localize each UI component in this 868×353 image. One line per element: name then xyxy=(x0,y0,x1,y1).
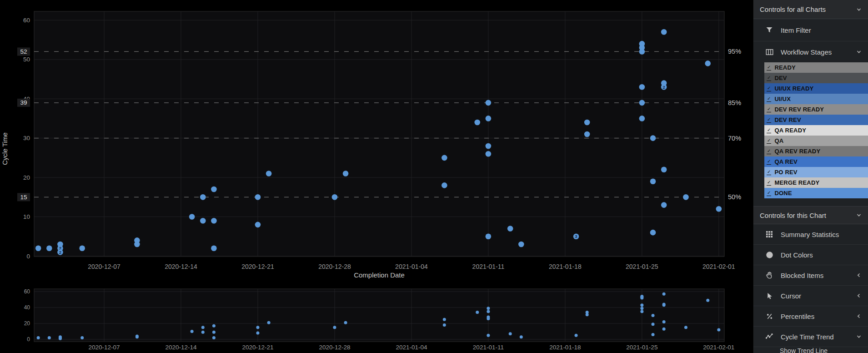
data-point[interactable] xyxy=(48,336,51,339)
data-point[interactable] xyxy=(486,116,492,121)
data-point[interactable] xyxy=(640,297,643,300)
data-point[interactable] xyxy=(639,116,645,121)
data-point[interactable] xyxy=(652,323,655,326)
data-point[interactable] xyxy=(134,242,140,247)
data-point[interactable] xyxy=(79,245,85,251)
sidebar-item-dot-colors[interactable]: Dot Colors xyxy=(753,245,868,265)
data-point[interactable] xyxy=(650,178,656,184)
data-point[interactable] xyxy=(650,135,656,141)
data-point[interactable] xyxy=(212,331,216,334)
sidebar-item-show-trend-line[interactable]: Show Trend Line xyxy=(753,347,868,353)
data-point[interactable] xyxy=(684,326,687,329)
data-point[interactable] xyxy=(652,333,655,336)
data-point[interactable] xyxy=(640,303,643,307)
data-point[interactable] xyxy=(662,292,666,296)
data-point[interactable] xyxy=(212,324,216,328)
workflow-stage-uiux[interactable]: ✓UI/UX xyxy=(764,94,868,104)
data-point[interactable] xyxy=(59,337,62,340)
data-point[interactable] xyxy=(476,311,479,314)
workflow-stage-qa-ready[interactable]: ✓QA READY xyxy=(764,125,868,136)
workflow-stage-qa[interactable]: ✓QA xyxy=(764,136,868,146)
data-point[interactable] xyxy=(200,218,206,224)
data-point[interactable] xyxy=(256,326,259,329)
sidebar-item-cursor[interactable]: Cursor xyxy=(753,286,868,306)
data-point[interactable] xyxy=(520,335,523,338)
data-point[interactable] xyxy=(442,182,447,188)
data-point[interactable] xyxy=(211,187,217,192)
data-point[interactable] xyxy=(652,314,655,317)
data-point[interactable] xyxy=(443,323,446,327)
data-point[interactable] xyxy=(639,84,645,90)
workflow-stage-dev-rev-ready[interactable]: ✓DEV REV READY xyxy=(764,104,868,115)
data-point[interactable] xyxy=(662,320,666,323)
cycle-time-scatter-chart[interactable]: 2020-12-072020-12-142020-12-212020-12-28… xyxy=(0,0,753,283)
data-point[interactable] xyxy=(266,171,272,176)
data-point[interactable] xyxy=(487,310,490,313)
data-point[interactable] xyxy=(717,328,720,332)
sidebar-item-summary-statistics[interactable]: Summary Statistics xyxy=(753,224,868,245)
workflow-stage-dev[interactable]: ✓DEV xyxy=(764,73,868,83)
data-point[interactable] xyxy=(255,194,261,200)
data-point[interactable] xyxy=(486,143,492,149)
data-point[interactable] xyxy=(584,120,590,126)
data-point[interactable] xyxy=(639,49,645,55)
data-point[interactable] xyxy=(661,202,667,208)
data-point[interactable] xyxy=(586,313,589,316)
data-point[interactable] xyxy=(189,214,195,220)
data-point[interactable] xyxy=(486,233,492,239)
data-point[interactable] xyxy=(191,330,194,333)
data-point[interactable] xyxy=(661,29,667,35)
data-point[interactable] xyxy=(201,326,205,329)
data-point[interactable] xyxy=(518,242,524,247)
sidebar-item-workflow-stages[interactable]: Workflow Stages xyxy=(753,41,868,62)
data-point[interactable] xyxy=(37,336,40,339)
data-point[interactable] xyxy=(332,194,338,200)
data-point[interactable] xyxy=(487,334,490,337)
data-point[interactable] xyxy=(662,303,666,307)
workflow-stage-merge-ready[interactable]: ✓MERGE READY xyxy=(764,177,868,188)
data-point[interactable] xyxy=(487,307,490,310)
data-point[interactable] xyxy=(507,226,513,232)
data-point[interactable] xyxy=(640,307,643,310)
data-point[interactable] xyxy=(212,336,216,339)
data-point[interactable] xyxy=(442,155,447,161)
data-point[interactable] xyxy=(211,218,217,224)
section-header-controls-all-charts[interactable]: Controls for all Charts xyxy=(753,0,868,19)
data-point[interactable] xyxy=(661,167,667,173)
data-point[interactable] xyxy=(200,194,206,200)
section-header-controls-this-chart[interactable]: Controls for this Chart xyxy=(753,206,868,224)
data-point[interactable] xyxy=(201,331,205,334)
workflow-stage-uiux-ready[interactable]: ✓UI/UX READY xyxy=(764,83,868,94)
workflow-stage-dev-rev[interactable]: ✓DEV REV xyxy=(764,115,868,125)
workflow-stage-po-rev[interactable]: ✓PO REV xyxy=(764,167,868,177)
data-point[interactable] xyxy=(343,171,349,176)
workflow-stage-done[interactable]: ✓DONE xyxy=(764,188,868,198)
data-point[interactable] xyxy=(267,321,271,324)
sidebar-item-blocked-items[interactable]: Blocked Items xyxy=(753,265,868,286)
data-point[interactable] xyxy=(333,326,336,329)
data-point[interactable] xyxy=(443,318,446,321)
sidebar-item-cycle-time-trend[interactable]: Cycle Time Trend xyxy=(753,327,868,347)
data-point[interactable] xyxy=(575,334,578,337)
data-point[interactable] xyxy=(509,332,512,335)
data-point[interactable] xyxy=(46,245,52,251)
workflow-stage-ready[interactable]: ✓READY xyxy=(764,62,868,73)
data-point[interactable] xyxy=(650,230,656,236)
data-point[interactable] xyxy=(706,299,709,302)
sidebar-item-item-filter[interactable]: Item Filter xyxy=(753,19,868,41)
data-point[interactable] xyxy=(80,336,84,339)
data-point[interactable] xyxy=(640,310,643,313)
data-point[interactable] xyxy=(584,131,590,137)
data-point[interactable] xyxy=(211,245,217,251)
data-point[interactable] xyxy=(705,61,711,66)
sidebar-item-percentiles[interactable]: Percentiles xyxy=(753,306,868,327)
data-point[interactable] xyxy=(35,245,41,251)
workflow-stage-qa-rev[interactable]: ✓QA REV xyxy=(764,156,868,167)
data-point[interactable] xyxy=(486,151,492,157)
data-point[interactable] xyxy=(639,100,645,106)
data-point[interactable] xyxy=(716,206,722,212)
data-point[interactable] xyxy=(344,321,347,324)
data-point[interactable] xyxy=(255,222,261,228)
data-point[interactable] xyxy=(487,317,490,320)
data-point[interactable] xyxy=(683,194,689,200)
